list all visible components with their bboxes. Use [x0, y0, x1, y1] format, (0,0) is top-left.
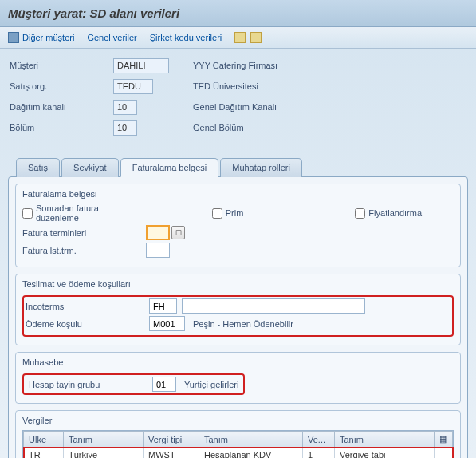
incoterms-label: Incoterms	[26, 302, 149, 311]
col-desc3[interactable]: Tanım	[335, 432, 435, 448]
sales-org-desc: TED Üniversitesi	[193, 81, 258, 91]
col-country[interactable]: Ülke	[24, 432, 64, 448]
doc-icon-2[interactable]	[250, 32, 262, 43]
customer-desc: YYY Catering Firması	[193, 61, 277, 70]
acct-assign-input[interactable]	[152, 377, 176, 392]
general-data-link[interactable]: Genel veriler	[87, 33, 136, 42]
customer-label: Müşteri	[10, 61, 113, 70]
dist-channel-desc: Genel Dağıtım Kanalı	[193, 102, 277, 112]
delivery-payment-group: Teslimat ve ödeme koşulları Incoterms Öd…	[15, 274, 461, 345]
accounting-title: Muhasebe	[22, 356, 454, 372]
tax-desc: Türkiye	[64, 448, 144, 459]
division-input[interactable]	[113, 120, 137, 136]
pricing-label: Fiyatlandırma	[368, 208, 422, 218]
tax-country[interactable]: TR	[24, 448, 64, 459]
division-label: Bölüm	[10, 123, 113, 132]
prim-checkbox[interactable]	[212, 208, 222, 219]
payment-terms-desc: Peşin - Hemen Ödenebilir	[193, 319, 293, 329]
taxes-title: Vergiler	[22, 414, 454, 430]
col-tax-class[interactable]: Ve...	[303, 432, 335, 448]
tab-panel: Faturalama belgesi Sonradan fatura düzen…	[8, 176, 468, 458]
taxes-group: Vergiler Ülke Tanım Vergi tipi Tanım Ve.…	[15, 410, 461, 458]
sales-org-input[interactable]	[113, 79, 153, 94]
col-tax-type[interactable]: Vergi tipi	[144, 432, 199, 448]
page-title: Müşteri yarat: SD alanı verileri	[8, 6, 468, 20]
sales-org-label: Satış org.	[10, 81, 113, 91]
later-invoice-checkbox[interactable]	[22, 208, 33, 219]
invoice-list-label: Fatura lst.trm.	[22, 246, 146, 255]
billing-doc-group: Faturalama belgesi Sonradan fatura düzen…	[15, 184, 461, 267]
division-desc: Genel Bölüm	[193, 123, 244, 132]
company-code-data-link[interactable]: Şirket kodu verileri	[150, 33, 222, 42]
tab-sales[interactable]: Satış	[16, 158, 60, 177]
accounting-highlight: Hesap tayin grubu Yurtiçi gelirleri	[22, 373, 245, 395]
other-customer-label: Diğer müşteri	[22, 33, 74, 42]
tab-partners[interactable]: Muhatap rolleri	[220, 158, 302, 177]
invoice-terms-input[interactable]	[146, 225, 170, 240]
dist-channel-input[interactable]	[113, 100, 137, 115]
invoice-list-input[interactable]	[146, 243, 170, 258]
tax-row[interactable]: TR Türkiye MWST Hesaplanan KDV 1 Vergiye…	[24, 448, 453, 459]
payment-terms-label: Ödeme koşulu	[26, 319, 149, 329]
tab-billing[interactable]: Faturalama belgesi	[120, 158, 219, 177]
title-bar: Müşteri yarat: SD alanı verileri	[0, 0, 476, 27]
tab-shipping[interactable]: Sevkiyat	[61, 158, 119, 177]
acct-assign-label: Hesap tayin grubu	[29, 380, 152, 389]
delivery-highlight: Incoterms Ödeme koşulu Peşin - Hemen Öde…	[22, 295, 454, 337]
tax-desc3: Vergiye tabi	[335, 448, 435, 459]
col-desc[interactable]: Tanım	[64, 432, 144, 448]
col-desc2[interactable]: Tanım	[199, 432, 303, 448]
acct-assign-desc: Yurtiçi gelirleri	[184, 380, 238, 389]
tax-desc2: Hesaplanan KDV	[199, 448, 303, 459]
delivery-payment-title: Teslimat ve ödeme koşulları	[22, 278, 454, 294]
accounting-group: Muhasebe Hesap tayin grubu Yurtiçi gelir…	[15, 352, 461, 404]
billing-doc-title: Faturalama belgesi	[22, 188, 454, 203]
invoice-terms-label: Fatura terminleri	[22, 228, 146, 238]
dist-channel-label: Dağıtım kanalı	[10, 102, 113, 112]
prim-label: Prim	[226, 208, 244, 218]
table-config-icon[interactable]: ▦	[435, 432, 453, 448]
invoice-terms-f4[interactable]: ☐	[171, 226, 185, 239]
tax-table: Ülke Tanım Vergi tipi Tanım Ve... Tanım …	[23, 431, 453, 458]
customer-input[interactable]	[113, 58, 169, 73]
incoterms-input[interactable]	[149, 298, 177, 314]
prim-checkbox-wrap[interactable]: Prim	[212, 208, 244, 219]
toolbar: Diğer müşteri Genel veriler Şirket kodu …	[0, 27, 476, 49]
later-invoice-label: Sonradan fatura düzenleme	[36, 203, 132, 223]
tab-strip: Satış Sevkiyat Faturalama belgesi Muhata…	[0, 157, 476, 176]
pricing-checkbox[interactable]	[355, 208, 365, 219]
tax-table-wrapper: Ülke Tanım Vergi tipi Tanım Ve... Tanım …	[22, 430, 454, 458]
incoterms-text-input[interactable]	[182, 298, 365, 314]
tax-row-tools	[435, 448, 453, 459]
pricing-checkbox-wrap[interactable]: Fiyatlandırma	[355, 208, 422, 219]
other-customer-icon	[8, 32, 19, 43]
tax-type[interactable]: MWST	[144, 448, 199, 459]
doc-icon-1[interactable]	[234, 32, 246, 43]
other-customer-link[interactable]: Diğer müşteri	[8, 32, 74, 43]
payment-terms-input[interactable]	[149, 316, 185, 331]
tax-class[interactable]: 1	[303, 448, 335, 459]
header-form: Müşteri YYY Catering Firması Satış org. …	[0, 49, 476, 148]
later-invoice-checkbox-wrap[interactable]: Sonradan fatura düzenleme	[22, 203, 132, 223]
